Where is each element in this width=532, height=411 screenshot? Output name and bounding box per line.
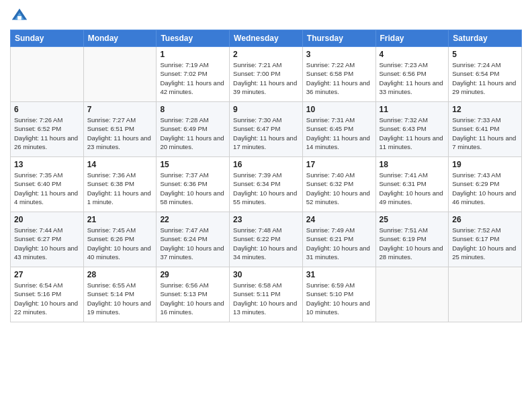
calendar-cell: 18Sunrise: 7:41 AM Sunset: 6:31 PM Dayli… bbox=[375, 157, 449, 212]
day-info: Sunrise: 7:48 AM Sunset: 6:22 PM Dayligh… bbox=[233, 226, 299, 261]
calendar-week-0: 1Sunrise: 7:19 AM Sunset: 7:02 PM Daylig… bbox=[11, 47, 522, 102]
calendar-cell: 1Sunrise: 7:19 AM Sunset: 7:02 PM Daylig… bbox=[157, 47, 230, 102]
day-number: 5 bbox=[452, 50, 518, 59]
day-info: Sunrise: 7:39 AM Sunset: 6:34 PM Dayligh… bbox=[233, 171, 299, 206]
calendar-cell: 4Sunrise: 7:23 AM Sunset: 6:56 PM Daylig… bbox=[375, 47, 449, 102]
header bbox=[10, 7, 522, 26]
calendar-cell: 8Sunrise: 7:28 AM Sunset: 6:49 PM Daylig… bbox=[157, 102, 230, 157]
day-info: Sunrise: 6:54 AM Sunset: 5:16 PM Dayligh… bbox=[14, 281, 80, 316]
day-number: 9 bbox=[233, 105, 299, 114]
day-number: 18 bbox=[380, 160, 445, 169]
day-info: Sunrise: 7:31 AM Sunset: 6:45 PM Dayligh… bbox=[306, 116, 372, 151]
col-header-tuesday: Tuesday bbox=[157, 30, 230, 47]
day-number: 28 bbox=[87, 270, 153, 279]
day-number: 20 bbox=[14, 215, 80, 224]
calendar-cell: 14Sunrise: 7:36 AM Sunset: 6:38 PM Dayli… bbox=[83, 157, 157, 212]
col-header-saturday: Saturday bbox=[449, 30, 522, 47]
day-info: Sunrise: 7:24 AM Sunset: 6:54 PM Dayligh… bbox=[452, 60, 518, 96]
calendar-cell: 27Sunrise: 6:54 AM Sunset: 5:16 PM Dayli… bbox=[11, 267, 84, 322]
day-number: 21 bbox=[87, 215, 153, 224]
calendar-cell bbox=[375, 267, 449, 322]
day-number: 16 bbox=[233, 160, 299, 169]
calendar-cell: 10Sunrise: 7:31 AM Sunset: 6:45 PM Dayli… bbox=[302, 102, 375, 157]
col-header-thursday: Thursday bbox=[302, 30, 375, 47]
calendar-cell: 3Sunrise: 7:22 AM Sunset: 6:58 PM Daylig… bbox=[302, 47, 375, 102]
col-header-friday: Friday bbox=[375, 30, 449, 47]
calendar-header-row: SundayMondayTuesdayWednesdayThursdayFrid… bbox=[11, 30, 522, 47]
day-number: 6 bbox=[14, 105, 80, 114]
day-info: Sunrise: 7:21 AM Sunset: 7:00 PM Dayligh… bbox=[233, 60, 299, 96]
calendar-cell bbox=[11, 47, 84, 102]
day-number: 23 bbox=[233, 215, 299, 224]
col-header-sunday: Sunday bbox=[11, 30, 84, 47]
day-number: 31 bbox=[306, 270, 372, 279]
day-number: 25 bbox=[380, 215, 445, 224]
calendar-cell: 7Sunrise: 7:27 AM Sunset: 6:51 PM Daylig… bbox=[83, 102, 157, 157]
calendar-cell: 25Sunrise: 7:51 AM Sunset: 6:19 PM Dayli… bbox=[375, 212, 449, 267]
day-number: 24 bbox=[306, 215, 372, 224]
calendar-cell: 26Sunrise: 7:52 AM Sunset: 6:17 PM Dayli… bbox=[449, 212, 522, 267]
day-number: 14 bbox=[87, 160, 153, 169]
day-info: Sunrise: 7:43 AM Sunset: 6:29 PM Dayligh… bbox=[452, 171, 518, 206]
day-info: Sunrise: 7:27 AM Sunset: 6:51 PM Dayligh… bbox=[87, 116, 153, 151]
page: SundayMondayTuesdayWednesdayThursdayFrid… bbox=[0, 0, 532, 411]
day-number: 11 bbox=[380, 105, 445, 114]
day-info: Sunrise: 7:45 AM Sunset: 6:26 PM Dayligh… bbox=[87, 226, 153, 261]
calendar-cell: 13Sunrise: 7:35 AM Sunset: 6:40 PM Dayli… bbox=[11, 157, 84, 212]
calendar-cell: 30Sunrise: 6:58 AM Sunset: 5:11 PM Dayli… bbox=[230, 267, 303, 322]
calendar-cell: 23Sunrise: 7:48 AM Sunset: 6:22 PM Dayli… bbox=[230, 212, 303, 267]
calendar-cell: 6Sunrise: 7:26 AM Sunset: 6:52 PM Daylig… bbox=[11, 102, 84, 157]
day-info: Sunrise: 7:49 AM Sunset: 6:21 PM Dayligh… bbox=[306, 226, 372, 261]
calendar-cell: 9Sunrise: 7:30 AM Sunset: 6:47 PM Daylig… bbox=[230, 102, 303, 157]
day-number: 8 bbox=[160, 105, 226, 114]
day-number: 29 bbox=[160, 270, 226, 279]
day-number: 12 bbox=[452, 105, 518, 114]
day-info: Sunrise: 7:41 AM Sunset: 6:31 PM Dayligh… bbox=[380, 171, 445, 206]
day-number: 4 bbox=[380, 50, 445, 59]
day-info: Sunrise: 6:58 AM Sunset: 5:11 PM Dayligh… bbox=[233, 281, 299, 316]
calendar-cell: 12Sunrise: 7:33 AM Sunset: 6:41 PM Dayli… bbox=[449, 102, 522, 157]
day-number: 13 bbox=[14, 160, 80, 169]
calendar-week-2: 13Sunrise: 7:35 AM Sunset: 6:40 PM Dayli… bbox=[11, 157, 522, 212]
day-number: 19 bbox=[452, 160, 518, 169]
day-info: Sunrise: 7:28 AM Sunset: 6:49 PM Dayligh… bbox=[160, 116, 226, 151]
day-number: 2 bbox=[233, 50, 299, 59]
calendar-table: SundayMondayTuesdayWednesdayThursdayFrid… bbox=[10, 30, 522, 322]
col-header-wednesday: Wednesday bbox=[230, 30, 303, 47]
day-number: 10 bbox=[306, 105, 372, 114]
calendar-week-3: 20Sunrise: 7:44 AM Sunset: 6:27 PM Dayli… bbox=[11, 212, 522, 267]
day-info: Sunrise: 7:19 AM Sunset: 7:02 PM Dayligh… bbox=[160, 60, 226, 96]
day-info: Sunrise: 7:35 AM Sunset: 6:40 PM Dayligh… bbox=[14, 171, 80, 206]
day-info: Sunrise: 7:33 AM Sunset: 6:41 PM Dayligh… bbox=[452, 116, 518, 151]
calendar-cell: 5Sunrise: 7:24 AM Sunset: 6:54 PM Daylig… bbox=[449, 47, 522, 102]
day-number: 22 bbox=[160, 215, 226, 224]
svg-rect-2 bbox=[17, 16, 21, 20]
calendar-cell: 28Sunrise: 6:55 AM Sunset: 5:14 PM Dayli… bbox=[83, 267, 157, 322]
day-number: 17 bbox=[306, 160, 372, 169]
day-number: 27 bbox=[14, 270, 80, 279]
calendar-cell: 22Sunrise: 7:47 AM Sunset: 6:24 PM Dayli… bbox=[157, 212, 230, 267]
calendar-cell: 2Sunrise: 7:21 AM Sunset: 7:00 PM Daylig… bbox=[230, 47, 303, 102]
col-header-monday: Monday bbox=[83, 30, 157, 47]
day-number: 3 bbox=[306, 50, 372, 59]
day-info: Sunrise: 7:36 AM Sunset: 6:38 PM Dayligh… bbox=[87, 171, 153, 206]
calendar-cell: 16Sunrise: 7:39 AM Sunset: 6:34 PM Dayli… bbox=[230, 157, 303, 212]
day-info: Sunrise: 6:56 AM Sunset: 5:13 PM Dayligh… bbox=[160, 281, 226, 316]
day-info: Sunrise: 7:30 AM Sunset: 6:47 PM Dayligh… bbox=[233, 116, 299, 151]
calendar-cell: 21Sunrise: 7:45 AM Sunset: 6:26 PM Dayli… bbox=[83, 212, 157, 267]
day-number: 7 bbox=[87, 105, 153, 114]
day-info: Sunrise: 7:40 AM Sunset: 6:32 PM Dayligh… bbox=[306, 171, 372, 206]
day-info: Sunrise: 6:55 AM Sunset: 5:14 PM Dayligh… bbox=[87, 281, 153, 316]
calendar-cell: 20Sunrise: 7:44 AM Sunset: 6:27 PM Dayli… bbox=[11, 212, 84, 267]
day-info: Sunrise: 7:26 AM Sunset: 6:52 PM Dayligh… bbox=[14, 116, 80, 151]
calendar-cell: 31Sunrise: 6:59 AM Sunset: 5:10 PM Dayli… bbox=[302, 267, 375, 322]
calendar-week-4: 27Sunrise: 6:54 AM Sunset: 5:16 PM Dayli… bbox=[11, 267, 522, 322]
calendar-cell bbox=[83, 47, 157, 102]
day-info: Sunrise: 6:59 AM Sunset: 5:10 PM Dayligh… bbox=[306, 281, 372, 316]
day-number: 15 bbox=[160, 160, 226, 169]
day-info: Sunrise: 7:51 AM Sunset: 6:19 PM Dayligh… bbox=[380, 226, 445, 261]
calendar-cell: 24Sunrise: 7:49 AM Sunset: 6:21 PM Dayli… bbox=[302, 212, 375, 267]
day-info: Sunrise: 7:52 AM Sunset: 6:17 PM Dayligh… bbox=[452, 226, 518, 261]
logo bbox=[10, 7, 32, 26]
day-info: Sunrise: 7:44 AM Sunset: 6:27 PM Dayligh… bbox=[14, 226, 80, 261]
